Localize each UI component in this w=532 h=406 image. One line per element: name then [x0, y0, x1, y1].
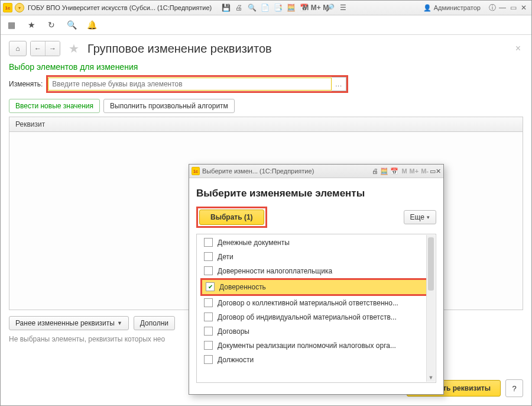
- list-item[interactable]: Доверенности налогоплательщика: [197, 264, 436, 278]
- list-item[interactable]: Договоры: [197, 324, 436, 339]
- dialog-m-plus-icon[interactable]: M+: [410, 167, 419, 175]
- list-item-label: Доверенность: [219, 283, 266, 291]
- chevron-down-icon: ▼: [117, 320, 122, 326]
- dialog-print-icon[interactable]: 🖨: [372, 167, 378, 175]
- doc1-icon[interactable]: 📄: [260, 3, 270, 12]
- save-icon[interactable]: 💾: [221, 3, 231, 12]
- doc2-icon[interactable]: 📑: [273, 3, 283, 12]
- dialog-maximize-button[interactable]: ▭: [430, 167, 436, 175]
- preview-icon[interactable]: 🔍: [247, 3, 257, 12]
- page-content: × ⌂ ← → ★ Групповое изменение реквизитов…: [1, 35, 531, 405]
- titlebar: 1c ▾ ГОБУ ВПО Университет искусств (Субс…: [1, 1, 531, 15]
- dialog-m-minus-icon[interactable]: M-: [421, 167, 429, 175]
- scroll-thumb[interactable]: [428, 237, 434, 291]
- window-title: ГОБУ ВПО Университет искусств (Субси... …: [28, 4, 212, 11]
- dropdown-icon[interactable]: ▾: [15, 3, 24, 12]
- user-icon: 👤: [423, 4, 432, 12]
- prev-changed-button[interactable]: Ранее измененные реквизиты▼: [9, 316, 129, 330]
- checkbox-icon[interactable]: [204, 238, 213, 247]
- list-item[interactable]: Должности: [197, 353, 436, 367]
- select-elements-dialog: 1c Выберите измен... (1С:Предприятие) 🖨 …: [189, 164, 444, 395]
- list-item-label: Должности: [218, 356, 254, 364]
- list-item[interactable]: Документы реализации полномочий налоговы…: [197, 339, 436, 353]
- select-button[interactable]: Выбрать (1): [199, 210, 264, 225]
- list-item-label: Дети: [218, 253, 233, 261]
- checkbox-icon[interactable]: [204, 252, 213, 261]
- highlight-change-input: ...: [46, 75, 348, 93]
- dialog-close-button[interactable]: ✕: [436, 167, 441, 175]
- main-window: 1c ▾ ГОБУ ВПО Университет искусств (Субс…: [0, 0, 532, 406]
- list-item[interactable]: ✔Доверенность: [202, 280, 430, 294]
- more-button[interactable]: Еще▾: [404, 210, 436, 224]
- search-icon[interactable]: 🔍: [67, 20, 76, 30]
- info-icon[interactable]: ⓘ: [488, 3, 497, 12]
- page-close-icon[interactable]: ×: [515, 43, 521, 54]
- list-item[interactable]: Договор об индивидуальной материальной о…: [197, 310, 436, 324]
- choose-type-button[interactable]: ...: [332, 77, 346, 91]
- chevron-down-icon: ▾: [427, 214, 430, 220]
- minimize-button[interactable]: —: [497, 3, 508, 12]
- user-label[interactable]: 👤Администратор: [423, 4, 481, 12]
- checkbox-icon[interactable]: [204, 355, 213, 364]
- m-icon[interactable]: M: [303, 3, 309, 12]
- zoom-in-icon[interactable]: 🔎: [325, 3, 335, 12]
- grid-header: Реквизит: [9, 117, 523, 132]
- nav-forward-button[interactable]: →: [46, 41, 60, 56]
- change-type-input[interactable]: [48, 78, 332, 91]
- list-item-label: Договор об индивидуальной материальной о…: [218, 313, 397, 321]
- bell-icon[interactable]: 🔔: [87, 20, 96, 30]
- highlight-list-item: ✔Доверенность: [200, 278, 432, 296]
- page-title: Групповое изменение реквизитов: [87, 42, 272, 56]
- nav-arrows: ← →: [30, 41, 60, 56]
- section-heading: Выбор элементов для изменения: [9, 62, 523, 72]
- home-button[interactable]: ⌂: [9, 41, 27, 56]
- nav-back-button[interactable]: ←: [31, 41, 46, 56]
- scroll-down-icon[interactable]: ▼: [427, 373, 435, 382]
- list-icon[interactable]: ☰: [338, 3, 348, 12]
- scrollbar[interactable]: ▲ ▼: [426, 235, 435, 382]
- app-1c-icon: 1c: [3, 3, 12, 12]
- additional-button[interactable]: Дополни: [134, 316, 175, 330]
- dialog-1c-icon: 1c: [192, 167, 200, 175]
- dialog-titlebar: 1c Выберите измен... (1С:Предприятие) 🖨 …: [189, 165, 443, 178]
- print-icon[interactable]: 🖨: [234, 3, 244, 12]
- checkbox-icon[interactable]: [204, 312, 213, 321]
- page-header: ⌂ ← → ★ Групповое изменение реквизитов: [9, 41, 523, 56]
- tab-new-values[interactable]: Ввести новые значения: [9, 99, 100, 113]
- calc-icon[interactable]: 🧮: [286, 3, 296, 12]
- apps-grid-icon[interactable]: ▦: [7, 20, 16, 30]
- checkbox-icon[interactable]: [204, 266, 213, 275]
- list-item-label: Договоры: [218, 327, 249, 336]
- maximize-button[interactable]: ▭: [508, 3, 518, 12]
- mode-tabs: Ввести новые значения Выполнить произвол…: [9, 99, 523, 113]
- m-plus-icon[interactable]: M+: [311, 3, 320, 12]
- checkbox-icon[interactable]: [204, 341, 213, 350]
- favorite-star-icon[interactable]: ★: [27, 20, 36, 30]
- close-button[interactable]: ✕: [518, 3, 529, 12]
- change-row: Изменять: ...: [9, 75, 523, 93]
- list-item-label: Договор о коллективной материальной отве…: [218, 299, 398, 307]
- help-button[interactable]: ?: [505, 379, 523, 397]
- dialog-calc-icon[interactable]: 🧮: [380, 167, 388, 175]
- tab-script[interactable]: Выполнить произвольный алгоритм: [103, 99, 235, 113]
- favorite-page-icon[interactable]: ★: [69, 41, 79, 56]
- list-item[interactable]: Договор о коллективной материальной отве…: [197, 296, 436, 310]
- dialog-calendar-icon[interactable]: 📅: [390, 167, 398, 175]
- list-item-label: Денежные документы: [218, 239, 290, 247]
- list-item-label: Доверенности налогоплательщика: [218, 267, 332, 275]
- checkbox-icon[interactable]: [204, 327, 213, 336]
- list-item[interactable]: Дети: [197, 250, 436, 264]
- checkbox-icon[interactable]: [204, 298, 213, 307]
- checkbox-icon[interactable]: ✔: [206, 282, 215, 291]
- change-label: Изменять:: [9, 80, 43, 88]
- dialog-body: Выберите изменяемые элементы Выбрать (1)…: [189, 178, 443, 389]
- dialog-window-title: Выберите измен... (1С:Предприятие): [202, 167, 314, 175]
- col-requisite: Реквизит: [15, 120, 45, 128]
- list-item[interactable]: Денежные документы: [197, 236, 436, 250]
- dialog-heading: Выберите изменяемые элементы: [196, 188, 436, 199]
- highlight-select-button: Выбрать (1): [196, 207, 267, 228]
- list-item-label: Документы реализации полномочий налоговы…: [218, 341, 396, 350]
- history-icon[interactable]: ↻: [47, 20, 56, 30]
- dialog-m-icon[interactable]: M: [401, 167, 407, 175]
- app-toolbar: ▦ ★ ↻ 🔍 🔔: [1, 15, 531, 35]
